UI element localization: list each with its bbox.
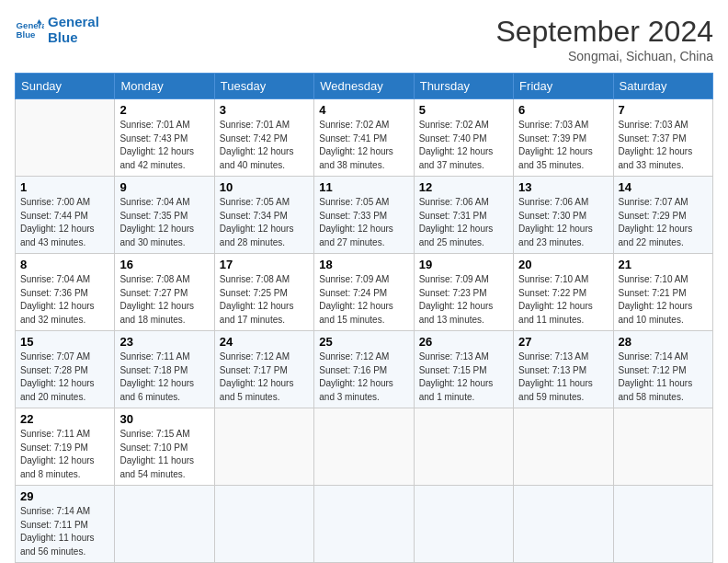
day-info: Sunrise: 7:06 AMSunset: 7:31 PMDaylight:… [419,196,508,249]
logo-icon: General Blue [15,17,44,43]
day-cell-21: 21 Sunrise: 7:10 AMSunset: 7:21 PMDaylig… [613,254,712,331]
day-info: Sunrise: 7:07 AMSunset: 7:28 PMDaylight:… [20,350,109,404]
day-cell-22: 22 Sunrise: 7:11 AMSunset: 7:19 PMDaylig… [16,408,115,486]
day-number: 24 [220,335,309,349]
day-info: Sunrise: 7:04 AMSunset: 7:36 PMDaylight:… [20,273,109,327]
day-cell-12: 12 Sunrise: 7:06 AMSunset: 7:31 PMDaylig… [414,177,513,254]
header-tuesday: Tuesday [214,74,313,99]
day-number: 28 [619,335,708,349]
month-title: September 2024 [495,15,713,49]
day-number: 29 [20,489,109,503]
calendar-row-2: 8 Sunrise: 7:04 AMSunset: 7:36 PMDayligh… [16,254,713,331]
calendar-row-1: 1 Sunrise: 7:00 AMSunset: 7:44 PMDayligh… [16,177,713,254]
location-subtitle: Songmai, Sichuan, China [495,49,713,63]
header-friday: Friday [514,74,613,99]
empty-cell [613,408,712,486]
empty-cell [414,486,513,563]
day-number: 15 [20,335,109,349]
day-number: 12 [419,180,508,194]
day-info: Sunrise: 7:08 AMSunset: 7:25 PMDaylight:… [220,273,309,327]
day-cell-2: 2 Sunrise: 7:01 AMSunset: 7:43 PMDayligh… [115,99,214,177]
empty-cell [314,486,414,563]
day-cell-27: 27 Sunrise: 7:13 AMSunset: 7:13 PMDaylig… [514,331,613,408]
day-number: 9 [119,180,209,194]
day-info: Sunrise: 7:03 AMSunset: 7:37 PMDaylight:… [619,119,708,172]
header-monday: Monday [115,74,214,99]
day-cell-19: 19 Sunrise: 7:09 AMSunset: 7:23 PMDaylig… [414,254,513,331]
day-info: Sunrise: 7:09 AMSunset: 7:24 PMDaylight:… [319,273,408,327]
day-cell-17: 17 Sunrise: 7:08 AMSunset: 7:25 PMDaylig… [214,254,313,331]
day-cell-3: 3 Sunrise: 7:01 AMSunset: 7:42 PMDayligh… [214,99,313,177]
day-info: Sunrise: 7:02 AMSunset: 7:41 PMDaylight:… [319,119,408,172]
calendar-row-0: 2 Sunrise: 7:01 AMSunset: 7:43 PMDayligh… [16,99,713,177]
calendar-row-3: 15 Sunrise: 7:07 AMSunset: 7:28 PMDaylig… [16,331,713,408]
day-number: 21 [619,258,708,271]
day-cell-25: 25 Sunrise: 7:12 AMSunset: 7:16 PMDaylig… [314,331,414,408]
day-number: 25 [319,335,408,349]
day-number: 20 [518,258,608,271]
day-info: Sunrise: 7:03 AMSunset: 7:39 PMDaylight:… [518,119,608,172]
logo: General Blue General Blue [15,15,99,45]
day-cell-9: 9 Sunrise: 7:04 AMSunset: 7:35 PMDayligh… [115,177,214,254]
empty-cell [115,486,214,563]
day-cell-26: 26 Sunrise: 7:13 AMSunset: 7:15 PMDaylig… [414,331,513,408]
day-cell-7: 7 Sunrise: 7:03 AMSunset: 7:37 PMDayligh… [613,99,712,177]
day-cell-29: 29 Sunrise: 7:14 AMSunset: 7:11 PMDaylig… [16,486,115,563]
day-info: Sunrise: 7:11 AMSunset: 7:19 PMDaylight:… [20,428,109,481]
calendar-row-5: 29 Sunrise: 7:14 AMSunset: 7:11 PMDaylig… [16,486,713,563]
day-number: 10 [220,180,309,194]
empty-cell [514,486,613,563]
day-number: 13 [518,180,608,194]
day-number: 4 [319,103,408,117]
day-number: 30 [119,412,209,426]
day-cell-10: 10 Sunrise: 7:05 AMSunset: 7:34 PMDaylig… [214,177,313,254]
svg-text:Blue: Blue [17,29,36,40]
day-number: 18 [319,258,408,271]
day-info: Sunrise: 7:13 AMSunset: 7:13 PMDaylight:… [518,350,608,404]
day-number: 27 [518,335,608,349]
header-sunday: Sunday [16,74,115,99]
day-cell-1: 1 Sunrise: 7:00 AMSunset: 7:44 PMDayligh… [16,177,115,254]
day-cell-16: 16 Sunrise: 7:08 AMSunset: 7:27 PMDaylig… [115,254,214,331]
calendar-table: SundayMondayTuesdayWednesdayThursdayFrid… [15,73,713,563]
day-info: Sunrise: 7:01 AMSunset: 7:43 PMDaylight:… [119,119,209,172]
day-number: 1 [20,180,109,194]
day-number: 2 [119,103,209,117]
day-info: Sunrise: 7:13 AMSunset: 7:15 PMDaylight:… [419,350,508,404]
day-number: 23 [119,335,209,349]
day-info: Sunrise: 7:14 AMSunset: 7:11 PMDaylight:… [20,505,109,558]
day-number: 5 [419,103,508,117]
day-info: Sunrise: 7:14 AMSunset: 7:12 PMDaylight:… [619,350,708,404]
day-info: Sunrise: 7:12 AMSunset: 7:17 PMDaylight:… [220,350,309,404]
day-cell-11: 11 Sunrise: 7:05 AMSunset: 7:33 PMDaylig… [314,177,414,254]
day-cell-23: 23 Sunrise: 7:11 AMSunset: 7:18 PMDaylig… [115,331,214,408]
day-info: Sunrise: 7:06 AMSunset: 7:30 PMDaylight:… [518,196,608,249]
day-cell-13: 13 Sunrise: 7:06 AMSunset: 7:30 PMDaylig… [514,177,613,254]
day-number: 16 [119,258,209,271]
day-number: 3 [220,103,309,117]
empty-cell [214,408,313,486]
calendar-row-4: 22 Sunrise: 7:11 AMSunset: 7:19 PMDaylig… [16,408,713,486]
day-info: Sunrise: 7:10 AMSunset: 7:21 PMDaylight:… [619,273,708,327]
day-cell-15: 15 Sunrise: 7:07 AMSunset: 7:28 PMDaylig… [16,331,115,408]
day-number: 8 [20,258,109,271]
day-number: 7 [619,103,708,117]
day-info: Sunrise: 7:05 AMSunset: 7:34 PMDaylight:… [220,196,309,249]
day-number: 6 [518,103,608,117]
day-number: 26 [419,335,508,349]
empty-cell [214,486,313,563]
day-cell-4: 4 Sunrise: 7:02 AMSunset: 7:41 PMDayligh… [314,99,414,177]
page-header: General Blue General Blue September 2024… [15,15,713,63]
day-cell-28: 28 Sunrise: 7:14 AMSunset: 7:12 PMDaylig… [613,331,712,408]
day-info: Sunrise: 7:04 AMSunset: 7:35 PMDaylight:… [119,196,209,249]
day-number: 14 [619,180,708,194]
day-number: 17 [220,258,309,271]
day-cell-5: 5 Sunrise: 7:02 AMSunset: 7:40 PMDayligh… [414,99,513,177]
day-info: Sunrise: 7:00 AMSunset: 7:44 PMDaylight:… [20,196,109,249]
day-number: 11 [319,180,408,194]
day-info: Sunrise: 7:08 AMSunset: 7:27 PMDaylight:… [119,273,209,327]
day-info: Sunrise: 7:09 AMSunset: 7:23 PMDaylight:… [419,273,508,327]
day-info: Sunrise: 7:07 AMSunset: 7:29 PMDaylight:… [619,196,708,249]
day-cell-14: 14 Sunrise: 7:07 AMSunset: 7:29 PMDaylig… [613,177,712,254]
empty-cell [314,408,414,486]
